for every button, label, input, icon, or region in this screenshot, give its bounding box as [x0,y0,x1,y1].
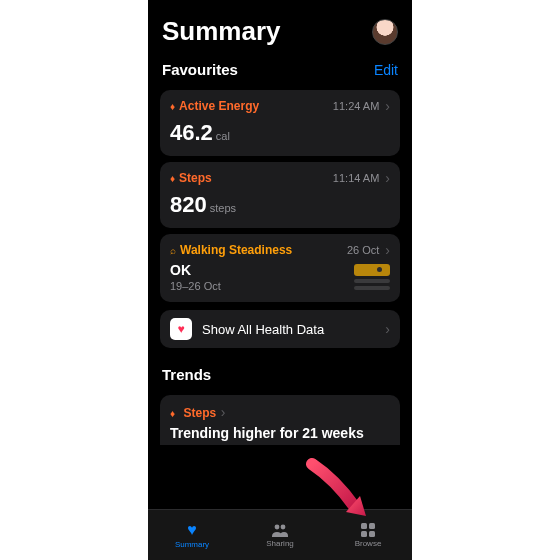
card-title: Steps [179,171,212,185]
tab-label: Sharing [266,539,294,548]
flame-icon: ♦ [170,408,175,419]
flame-icon: ♦ [170,101,175,112]
card-title: Active Energy [179,99,259,113]
tab-summary[interactable]: ♥ Summary [148,510,236,560]
chevron-right-icon: › [221,404,226,420]
show-all-label: Show All Health Data [202,322,379,337]
chevron-right-icon: › [385,170,390,186]
page-title: Summary [162,16,281,47]
gauge-icon: ⌕ [170,245,176,256]
chevron-right-icon: › [385,98,390,114]
favourites-title: Favourites [162,61,238,78]
tab-browse[interactable]: Browse [324,510,412,560]
favourite-card-walking-steadiness[interactable]: ⌕ Walking Steadiness 26 Oct › OK 19–26 O… [160,234,400,302]
trend-card-steps[interactable]: ♦ Steps › Trending higher for 21 weeks [160,395,400,445]
app-window: Summary Favourites Edit ♦ Active Energy … [148,0,412,560]
steadiness-chart-icon [354,264,390,290]
card-value: 820 [170,192,207,218]
card-value: 46.2 [170,120,213,146]
card-timestamp: 11:14 AM [333,172,379,184]
people-icon [270,523,290,537]
tab-label: Summary [175,540,209,549]
avatar[interactable] [372,19,398,45]
svg-point-0 [275,524,280,529]
tab-bar: ♥ Summary Sharing Browse [148,509,412,560]
chevron-right-icon: › [385,321,390,337]
tab-label: Browse [355,539,382,548]
trends-header: Trends [148,354,412,389]
card-title: Steps [184,406,217,420]
card-unit: cal [216,130,230,142]
health-app-icon: ♥ [170,318,192,340]
favourites-header: Favourites Edit [148,55,412,84]
chevron-right-icon: › [385,242,390,258]
heart-icon: ♥ [187,522,197,538]
card-timestamp: 26 Oct [347,244,379,256]
favourite-card-active-energy[interactable]: ♦ Active Energy 11:24 AM › 46.2 cal [160,90,400,156]
tab-sharing[interactable]: Sharing [236,510,324,560]
show-all-health-data-button[interactable]: ♥ Show All Health Data › [160,310,400,348]
edit-button[interactable]: Edit [374,62,398,78]
flame-icon: ♦ [170,173,175,184]
card-timestamp: 11:24 AM [333,100,379,112]
card-unit: steps [210,202,236,214]
grid-icon [361,523,375,537]
favourite-card-steps[interactable]: ♦ Steps 11:14 AM › 820 steps [160,162,400,228]
trend-summary: Trending higher for 21 weeks [170,425,390,441]
svg-point-1 [281,524,286,529]
trends-title: Trends [162,366,211,383]
header: Summary [148,0,412,55]
card-title: Walking Steadiness [180,243,292,257]
